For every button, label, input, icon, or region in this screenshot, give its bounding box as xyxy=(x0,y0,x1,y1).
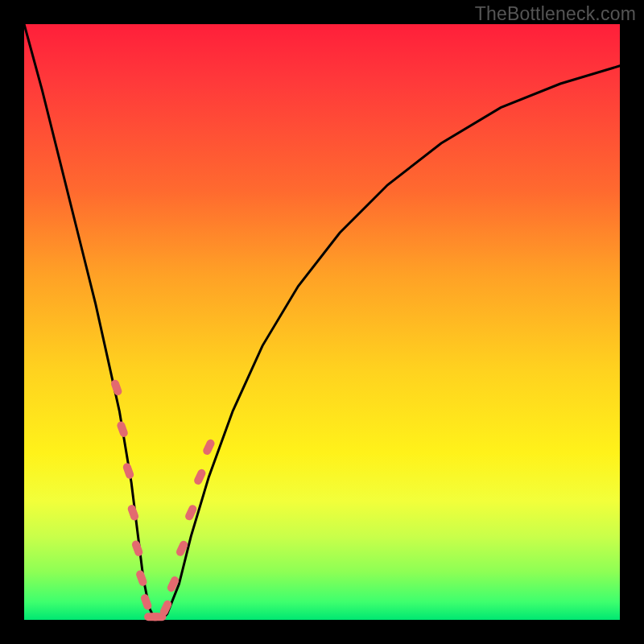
watermark-text: TheBottleneck.com xyxy=(475,3,636,25)
plot-area xyxy=(24,24,620,620)
highlight-dot xyxy=(135,569,148,587)
highlight-dot xyxy=(126,504,139,522)
highlight-dot xyxy=(202,438,217,456)
highlight-dot xyxy=(140,593,153,611)
bottleneck-curve-svg xyxy=(24,24,620,620)
bottleneck-curve xyxy=(24,24,620,620)
highlight-dot xyxy=(130,539,143,557)
highlight-dot xyxy=(193,468,208,485)
highlight-dot xyxy=(122,462,134,480)
highlight-dots xyxy=(110,378,217,621)
chart-frame: TheBottleneck.com xyxy=(0,0,644,644)
highlight-dot xyxy=(116,420,129,438)
